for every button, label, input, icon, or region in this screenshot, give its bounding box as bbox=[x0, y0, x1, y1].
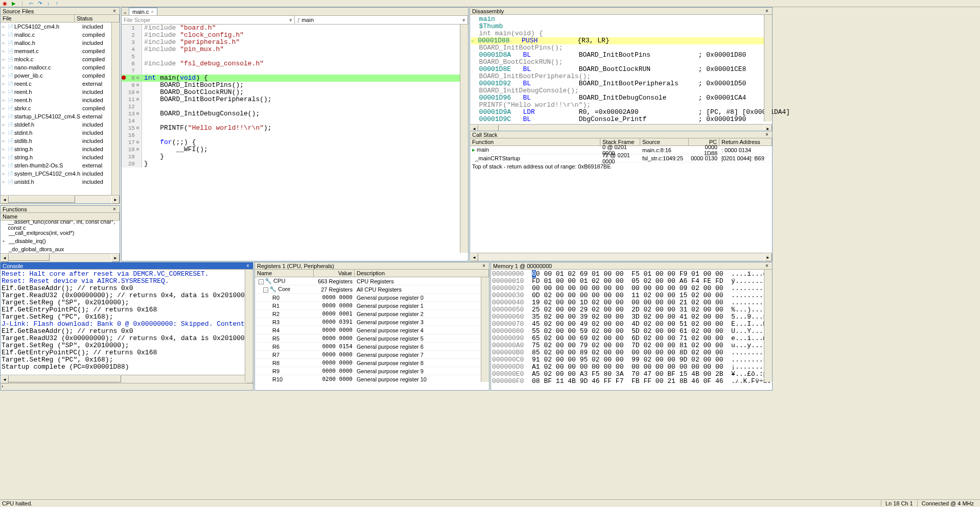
disasm-line[interactable]: 00001D96 BL BOARD_InitDebugConsole ; 0x0… bbox=[471, 94, 771, 102]
code-line[interactable]: 2#include "clock_config.h" bbox=[122, 32, 468, 39]
hscroll[interactable]: ◄► bbox=[1, 253, 120, 261]
col-desc[interactable]: Description bbox=[355, 270, 489, 277]
disasm-line[interactable]: main bbox=[471, 16, 771, 23]
disasm-line[interactable]: $Thumb bbox=[471, 23, 771, 30]
file-scope-dropdown[interactable]: File Scope▾ bbox=[122, 16, 295, 24]
func-row[interactable]: _do_global_dtors_aux bbox=[1, 245, 120, 253]
code-line[interactable]: 17⊞ for(;;) { bbox=[122, 139, 468, 146]
code-line[interactable]: 6#include "fsl_debug_console.h" bbox=[122, 60, 468, 67]
col-source[interactable]: Source bbox=[640, 138, 689, 146]
reg-row[interactable]: R00000 0000General purpose register 0 bbox=[255, 294, 489, 302]
vscroll[interactable] bbox=[764, 15, 772, 122]
file-row[interactable]: ▹📄stddef.hincluded bbox=[1, 120, 120, 129]
file-row[interactable]: ▹📄memset.ccompiled bbox=[1, 47, 120, 55]
reg-row[interactable]: R20000 0001General purpose register 2 bbox=[255, 310, 489, 318]
file-row[interactable]: ▹📄stdlib.hincluded bbox=[1, 137, 120, 145]
callstack-row[interactable]: _mainCRTStartup72 @ 0201 0000fsl_str.c:1… bbox=[470, 154, 772, 162]
hscroll[interactable]: ◄► bbox=[1, 195, 120, 203]
file-row[interactable]: ▹📄stdint.hincluded bbox=[1, 129, 120, 137]
func-row[interactable]: +__disable_irq() bbox=[1, 237, 120, 245]
file-row[interactable]: ▹📄strlen-thumb2-Os.Sexternal bbox=[1, 161, 120, 170]
code-line[interactable]: 14 bbox=[122, 117, 468, 125]
console-content[interactable]: Reset: Halt core after reset via DEMCR.V… bbox=[1, 270, 253, 375]
console-prompt[interactable]: › bbox=[1, 383, 253, 390]
disasm-line[interactable]: BOARD_InitBootPins(); bbox=[471, 44, 771, 52]
disasm-line[interactable]: BOARD_InitBootPeripherals(); bbox=[471, 73, 771, 80]
col-value[interactable]: Value bbox=[314, 270, 355, 277]
file-row[interactable]: ▹📄sbrkr.ccompiled bbox=[1, 104, 120, 112]
memory-row[interactable]: 00000040 19 02 00 00 1D 02 00 00 00 00 0… bbox=[492, 299, 771, 306]
file-row[interactable]: ▹📄system_LPC54102_cm4.hincluded bbox=[1, 170, 120, 178]
disasm-line[interactable]: 00001D9A LDR R0, =0x00002A90 ; [PC, #8] … bbox=[471, 109, 771, 116]
vscroll[interactable] bbox=[111, 22, 120, 195]
file-row[interactable]: ▹📄power_lib.ccompiled bbox=[1, 71, 120, 80]
disasm-line[interactable]: ⇨ 00001D88 PUSH {R3, LR} bbox=[471, 37, 771, 44]
hscroll[interactable]: ◄► bbox=[470, 253, 772, 261]
step-back-icon[interactable]: ⤺ bbox=[27, 1, 35, 7]
memory-row[interactable]: 00000030 0D 02 00 00 00 00 00 00 11 02 0… bbox=[492, 292, 771, 299]
code-line[interactable]: 19 } bbox=[122, 153, 468, 160]
file-row[interactable]: ▹📄LPC54102_cm4.hincluded bbox=[1, 22, 120, 31]
disasm-line[interactable]: 00001D8E BL BOARD_BootClockRUN ; 0x00001… bbox=[471, 66, 771, 73]
memory-row[interactable]: 000000D0 A1 02 00 00 00 00 00 00 00 00 0… bbox=[492, 364, 771, 371]
step-into-icon[interactable]: ↓ bbox=[44, 1, 52, 7]
func-dropdown[interactable]: ƒ main▾ bbox=[295, 16, 468, 24]
code-line[interactable]: 20} bbox=[122, 160, 468, 167]
disasm-line[interactable]: PRINTF("Hello world!!\r\n"); bbox=[471, 102, 771, 109]
code-line[interactable]: 12 bbox=[122, 103, 468, 110]
col-name[interactable]: Name bbox=[1, 213, 120, 220]
code-line[interactable]: 11⊞ BOARD_InitBootPeripherals(); bbox=[122, 96, 468, 103]
vscroll[interactable] bbox=[764, 270, 772, 382]
tab-left-icon[interactable]: ◄ bbox=[123, 11, 129, 15]
memory-row[interactable]: 00000050 25 02 00 00 29 02 00 00 2D 02 0… bbox=[492, 306, 771, 313]
tab-main-c[interactable]: main.c × bbox=[129, 8, 157, 15]
memory-row[interactable]: 00000060 35 02 00 00 39 02 00 00 3D 02 0… bbox=[492, 313, 771, 321]
disasm-line[interactable]: int main(void) { bbox=[471, 30, 771, 37]
reg-row[interactable]: R100200 0000General purpose register 10 bbox=[255, 375, 489, 382]
file-row[interactable]: ▹📄nano-mallocr.ccompiled bbox=[1, 63, 120, 71]
file-row[interactable]: ▹📄string.hincluded bbox=[1, 153, 120, 161]
close-icon[interactable]: × bbox=[481, 263, 487, 269]
vscroll[interactable] bbox=[460, 25, 468, 253]
close-icon[interactable]: × bbox=[764, 8, 770, 14]
func-row[interactable]: __assert_func(const char*, int, const ch… bbox=[1, 221, 120, 229]
memory-row[interactable]: 00000020 00 00 00 00 00 00 00 00 00 00 0… bbox=[492, 285, 771, 292]
memory-row[interactable]: 000000F0 08 BF 11 4B 9D 46 FF F7 FB FF 0… bbox=[492, 378, 771, 383]
close-icon[interactable]: × bbox=[111, 206, 118, 212]
file-row[interactable]: ▹📄unistd.hincluded bbox=[1, 178, 120, 186]
step-out-icon[interactable]: ↑ bbox=[53, 1, 61, 7]
reg-row[interactable]: R60000 0154General purpose register 6 bbox=[255, 343, 489, 351]
code-line[interactable]: 16 bbox=[122, 132, 468, 139]
reg-row[interactable]: R90000 0000General purpose register 9 bbox=[255, 367, 489, 375]
memory-row[interactable]: 00000010 FD 01 00 00 01 02 00 00 05 02 0… bbox=[492, 278, 771, 285]
col-ret[interactable]: Return Address bbox=[719, 138, 772, 146]
disasm-line[interactable]: BOARD_InitDebugConsole(); bbox=[471, 87, 771, 94]
close-icon[interactable]: × bbox=[111, 8, 118, 14]
memory-row[interactable]: 000000A0 75 02 00 00 79 02 00 00 7D 02 0… bbox=[492, 342, 771, 349]
hscroll[interactable]: ◄► bbox=[1, 375, 253, 383]
close-icon[interactable]: × bbox=[764, 132, 770, 138]
file-row[interactable]: ▹📄malloc.hincluded bbox=[1, 39, 120, 47]
reg-row[interactable]: R10000 0000General purpose register 1 bbox=[255, 302, 489, 310]
code-line[interactable]: 4#include "pin_mux.h" bbox=[122, 46, 468, 53]
code-line[interactable]: 5 bbox=[122, 53, 468, 60]
memory-row[interactable]: 000000E0 A5 02 00 00 A3 F5 80 3A 70 47 0… bbox=[492, 371, 771, 378]
file-row[interactable]: ▹📄reent.hincluded bbox=[1, 96, 120, 104]
code-line[interactable]: 10⊞ BOARD_BootClockRUN(); bbox=[122, 89, 468, 96]
memory-content[interactable]: 00000000 00 00 01 02 69 01 00 00 F5 01 0… bbox=[491, 270, 772, 383]
step-over-icon[interactable]: ↷ bbox=[36, 1, 43, 7]
close-icon[interactable]: × bbox=[245, 263, 251, 269]
code-area[interactable]: 1#include "board.h"2#include "clock_conf… bbox=[122, 25, 468, 167]
reg-row[interactable]: R70000 0000General purpose register 7 bbox=[255, 351, 489, 359]
tab-close-icon[interactable]: × bbox=[151, 9, 153, 14]
disasm-line[interactable]: 00001D9C BL DbgConsole_Printf ; 0x000019… bbox=[471, 116, 771, 123]
disasm-line[interactable]: 00001D92 BL BOARD_InitBootPeripherals ; … bbox=[471, 80, 771, 87]
code-line[interactable]: 15⊞ PRINTF("Hello world!!\r\n"); bbox=[122, 125, 468, 132]
file-row[interactable]: ▹📄startup_LPC54102_cm4.Sexternal bbox=[1, 112, 120, 120]
reg-row[interactable]: R30000 0391General purpose register 3 bbox=[255, 318, 489, 326]
reg-row[interactable]: R40000 0000General purpose register 4 bbox=[255, 326, 489, 334]
disasm-line[interactable]: BOARD_BootClockRUN(); bbox=[471, 59, 771, 66]
col-status[interactable]: Status bbox=[75, 15, 120, 22]
file-row[interactable]: ▹📄malloc.ccompiled bbox=[1, 31, 120, 39]
vscroll[interactable] bbox=[245, 270, 253, 382]
